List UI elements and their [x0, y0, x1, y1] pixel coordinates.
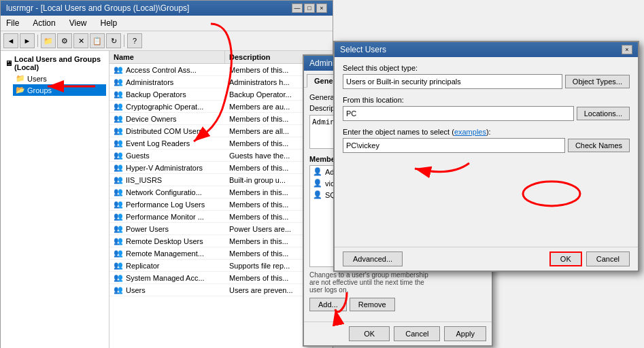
group-name-text: Backup Operators — [126, 90, 186, 99]
computer-icon: 🖥 — [5, 59, 12, 67]
cancel-button[interactable]: Cancel — [394, 326, 440, 341]
help-menu[interactable]: Help — [98, 17, 120, 29]
names-field[interactable] — [343, 138, 565, 153]
remove-button[interactable]: Remove — [350, 298, 395, 311]
group-name-cell: 👥 Device Owners — [109, 113, 225, 124]
refresh-button[interactable]: ↻ — [106, 33, 121, 48]
list-item[interactable]: 👥 Users Users are preven... — [109, 284, 333, 296]
list-item[interactable]: 👥 Power Users Power Users are... — [109, 223, 333, 235]
group-icon: 👥 — [114, 273, 123, 282]
title-bar-controls: — □ × — [292, 3, 327, 13]
folder-icon: 📁 — [16, 74, 25, 83]
maximize-button[interactable]: □ — [304, 3, 315, 13]
tree-item-groups[interactable]: 📂 Groups — [13, 84, 106, 96]
group-name-text: Device Owners — [126, 115, 177, 123]
group-name-text: Hyper-V Administrators — [126, 164, 203, 172]
group-name-cell: 👥 Performance Log Users — [109, 198, 225, 210]
toolbar-separator-2 — [124, 35, 124, 47]
group-icon: 👥 — [114, 139, 123, 147]
list-item[interactable]: 👥 Access Control Ass... Members of this.… — [109, 64, 333, 76]
list-item[interactable]: 👥 Hyper-V Administrators Members of this… — [109, 162, 333, 174]
group-name-text: Event Log Readers — [126, 139, 190, 147]
member-icon: 👤 — [313, 167, 322, 176]
list-item[interactable]: 👥 Performance Log Users Members of this.… — [109, 198, 333, 211]
locations-button[interactable]: Locations... — [577, 107, 630, 120]
names-row: Enter the object names to select (exampl… — [343, 128, 630, 153]
minimize-button[interactable]: — — [292, 3, 303, 13]
content-area: 🖥 Local Users and Groups (Local) 📁 Users… — [1, 51, 333, 348]
select-body: Select this object type: Object Types...… — [335, 57, 638, 167]
group-name-cell: 👥 Event Log Readers — [109, 137, 225, 149]
select-title: Select Users × — [335, 42, 638, 57]
group-name-cell: 👥 Backup Operators — [109, 88, 225, 100]
object-type-field[interactable] — [343, 74, 562, 89]
group-icon: 👥 — [114, 65, 123, 74]
ok-button[interactable]: OK — [549, 251, 582, 266]
list-item[interactable]: 👥 Backup Operators Backup Operator... — [109, 88, 333, 101]
list-item[interactable]: 👥 Performance Monitor ... Members of thi… — [109, 211, 333, 223]
group-icon: 👥 — [114, 224, 123, 233]
list-item[interactable]: 👥 Replicator Supports file rep... — [109, 260, 333, 272]
name-column-header[interactable]: Name — [109, 51, 225, 63]
ok-button[interactable]: OK — [349, 326, 390, 341]
advanced-button[interactable]: Advanced... — [343, 251, 403, 266]
list-item[interactable]: 👥 System Managed Acc... Members of this.… — [109, 272, 333, 284]
object-type-row: Select this object type: Object Types... — [343, 64, 630, 89]
action-menu[interactable]: Action — [30, 17, 58, 29]
group-name-cell: 👥 Administrators — [109, 76, 225, 88]
list-item[interactable]: 👥 Distributed COM Users Members are all.… — [109, 125, 333, 137]
forward-button[interactable]: ► — [20, 33, 35, 48]
list-item[interactable]: 👥 Device Owners Members of this... — [109, 113, 333, 125]
group-icon: 👥 — [114, 163, 123, 172]
group-name-text: Users — [126, 286, 146, 294]
group-name-cell: 👥 IIS_IUSRS — [109, 174, 225, 186]
action-button[interactable]: ⚙ — [57, 33, 72, 48]
group-name-cell: 👥 Users — [109, 284, 225, 296]
list-item[interactable]: 👥 IIS_IUSRS Built-in group u... — [109, 174, 333, 186]
groups-list: 👥 Access Control Ass... Members of this.… — [109, 64, 333, 296]
help-button[interactable]: ? — [127, 33, 142, 48]
group-name-cell: 👥 System Managed Acc... — [109, 272, 225, 283]
select-close-button[interactable]: × — [622, 45, 632, 54]
tree-item-users[interactable]: 📁 Users — [13, 73, 106, 84]
view-menu[interactable]: View — [67, 17, 90, 29]
title-bar: lusrmgr - [Local Users and Groups (Local… — [1, 1, 333, 16]
delete-button[interactable]: ✕ — [73, 33, 88, 48]
list-item[interactable]: 👥 Event Log Readers Members of this... — [109, 137, 333, 150]
list-item[interactable]: 👥 Remote Desktop Users Members in this..… — [109, 235, 333, 247]
tree-root-item[interactable]: 🖥 Local Users and Groups (Local) — [3, 54, 106, 73]
location-field[interactable] — [343, 106, 574, 121]
object-types-button[interactable]: Object Types... — [565, 75, 630, 88]
add-button[interactable]: Add... — [309, 298, 347, 311]
group-name-text: Guests — [126, 152, 150, 160]
list-item[interactable]: 👥 Guests Guests have the... — [109, 150, 333, 162]
file-menu[interactable]: File — [3, 17, 22, 29]
list-item[interactable]: 👥 Cryptographic Operat... Members are au… — [109, 101, 333, 113]
check-names-button[interactable]: Check Names — [568, 139, 630, 152]
list-item[interactable]: 👥 Administrators Administrators h... — [109, 76, 333, 88]
list-item[interactable]: 👥 Network Configuratio... Members in thi… — [109, 186, 333, 198]
select-title-label: Select Users — [340, 45, 386, 54]
group-icon: 👥 — [114, 90, 123, 99]
back-button[interactable]: ◄ — [3, 33, 18, 48]
group-icon: 👥 — [114, 200, 123, 209]
names-input-row: Check Names — [343, 138, 630, 153]
list-item[interactable]: 👥 Remote Management... Members of this..… — [109, 247, 333, 260]
group-name-text: Performance Log Users — [126, 201, 205, 209]
toolbar-separator — [37, 35, 38, 47]
close-button[interactable]: × — [316, 3, 327, 13]
up-button[interactable]: 📁 — [41, 33, 56, 48]
menu-bar: File Action View Help — [1, 16, 333, 31]
examples-link[interactable]: examples — [454, 128, 486, 136]
group-icon: 👥 — [114, 151, 123, 160]
apply-button[interactable]: Apply — [444, 326, 486, 341]
toolbar: ◄ ► 📁 ⚙ ✕ 📋 ↻ ? — [1, 31, 333, 51]
cancel-button[interactable]: Cancel — [586, 251, 630, 266]
names-label: Enter the object names to select (exampl… — [343, 128, 630, 136]
tree-panel: 🖥 Local Users and Groups (Local) 📁 Users… — [1, 51, 109, 348]
group-name-text: Access Control Ass... — [126, 66, 197, 74]
props-button[interactable]: 📋 — [90, 33, 105, 48]
group-icon: 👥 — [114, 249, 123, 258]
footer-note: Changes to a user's group membershipare … — [309, 271, 486, 294]
group-name-cell: 👥 Cryptographic Operat... — [109, 101, 225, 112]
